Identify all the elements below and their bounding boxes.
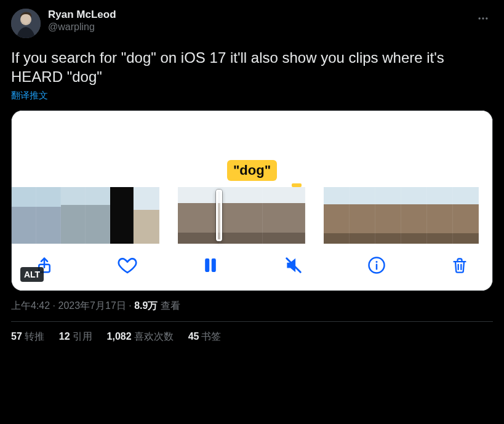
svg-rect-6 <box>206 259 209 272</box>
thumbnail <box>134 187 159 244</box>
clip-group-2 <box>178 187 305 244</box>
thumbnail <box>110 187 134 244</box>
engagement-row: 57转推 12引用 1,082喜欢次数 45书签 <box>11 322 493 343</box>
pause-icon <box>202 257 219 274</box>
svg-rect-7 <box>212 259 215 272</box>
thumbnail <box>350 187 375 244</box>
svg-point-2 <box>479 17 481 19</box>
thumbnail <box>220 187 263 244</box>
views-label: 查看 <box>158 300 180 311</box>
ellipsis-icon <box>477 12 489 25</box>
mute-button[interactable] <box>283 255 304 276</box>
delete-button[interactable] <box>449 255 470 276</box>
likes[interactable]: 1,082喜欢次数 <box>107 330 174 343</box>
thumbnail <box>324 187 350 244</box>
heart-icon <box>118 255 137 275</box>
caption-bubble: "dog" <box>227 160 277 181</box>
thumbnail <box>427 187 453 244</box>
svg-point-4 <box>486 17 487 19</box>
time[interactable]: 上午4:42 <box>11 300 50 311</box>
thumbnail <box>453 187 479 244</box>
thumbnail <box>36 187 61 244</box>
thumbnail <box>401 187 427 244</box>
thumbnail <box>263 187 305 244</box>
info-icon <box>367 256 386 274</box>
clip-group-3 <box>324 187 479 244</box>
tweet-meta: 上午4:42 · 2023年7月17日 · 8.9万 查看 <box>11 300 493 313</box>
clip-gap <box>305 187 324 244</box>
trash-icon <box>451 257 468 274</box>
like-button[interactable] <box>117 255 138 276</box>
display-name: Ryan McLeod <box>48 9 116 21</box>
info-button[interactable] <box>366 255 387 276</box>
svg-point-3 <box>482 17 484 19</box>
ios-controls <box>12 244 492 290</box>
media-top: "dog" <box>12 111 492 187</box>
thumbnail <box>61 187 86 244</box>
playhead[interactable] <box>216 190 222 241</box>
handle: @warpling <box>48 21 116 33</box>
thumbnail <box>86 187 110 244</box>
translate-link[interactable]: 翻译推文 <box>11 90 493 102</box>
retweets[interactable]: 57转推 <box>11 330 44 343</box>
media-card[interactable]: "dog" <box>11 110 493 291</box>
date[interactable]: 2023年7月17日 <box>58 300 126 311</box>
clip-gap <box>159 187 178 244</box>
tweet-header: Ryan McLeod @warpling <box>11 9 493 38</box>
speaker-muted-icon <box>284 256 303 274</box>
quotes[interactable]: 12引用 <box>59 330 92 343</box>
alt-badge[interactable]: ALT <box>20 267 44 282</box>
svg-point-11 <box>376 261 378 263</box>
tweet-container: Ryan McLeod @warpling If you search for … <box>0 0 504 343</box>
thumbnail <box>178 187 220 244</box>
bookmarks[interactable]: 45书签 <box>188 330 222 343</box>
thumbnail <box>375 187 401 244</box>
views-count: 8.9万 <box>134 300 158 311</box>
avatar[interactable] <box>11 9 41 38</box>
video-timeline[interactable] <box>12 187 492 244</box>
more-button[interactable] <box>473 9 493 28</box>
pause-button[interactable] <box>200 255 221 276</box>
thumbnail <box>12 187 36 244</box>
clip-group-1 <box>12 187 159 244</box>
author-names[interactable]: Ryan McLeod @warpling <box>48 9 116 33</box>
tweet-text: If you search for "dog" on iOS 17 it'll … <box>11 48 493 86</box>
